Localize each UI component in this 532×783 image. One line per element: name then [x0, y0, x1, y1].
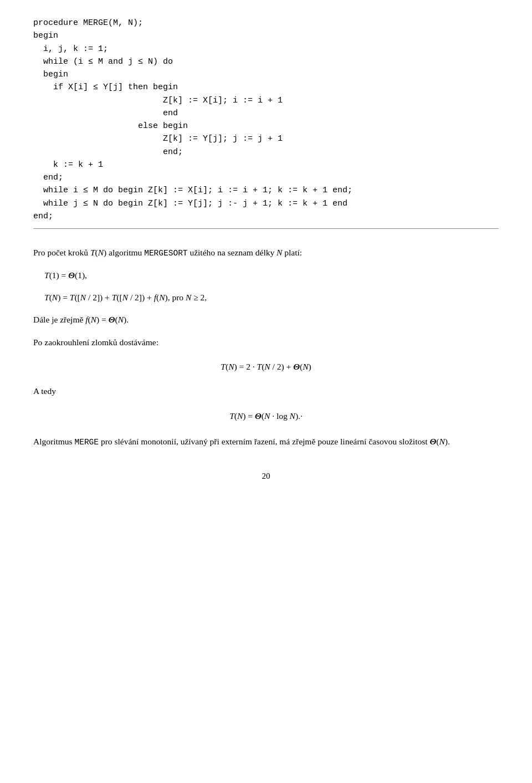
code-block: procedure MERGE(M, N); begin i, j, k := …: [33, 17, 499, 229]
text-section: Pro počet kroků T(N) algoritmu MERGESORT…: [33, 245, 499, 449]
bottom-paragraph: Algoritmus MERGE pro slévání monotonií, …: [33, 434, 499, 449]
t1-line: T(1) = Θ(1),: [44, 268, 499, 283]
tn-line: T(N) = T([N / 2]) + T([N / 2]) + f(N), p…: [44, 290, 499, 305]
po-zaokr-text: Po zaokrouhlení zlomků dostáváme:: [33, 335, 499, 350]
a-tedy-label: A tedy: [33, 384, 499, 398]
page-number: 20: [33, 472, 499, 481]
centered-equation-2: T(N) = Θ(N · log N).·: [33, 409, 499, 423]
dale-line: Dále je zřejmě f(N) = Θ(N).: [33, 313, 499, 327]
intro-text: Pro počet kroků T(N) algoritmu MERGESORT…: [33, 245, 499, 260]
centered-equation-1: T(N) = 2 · T(N / 2) + Θ(N): [33, 360, 499, 374]
